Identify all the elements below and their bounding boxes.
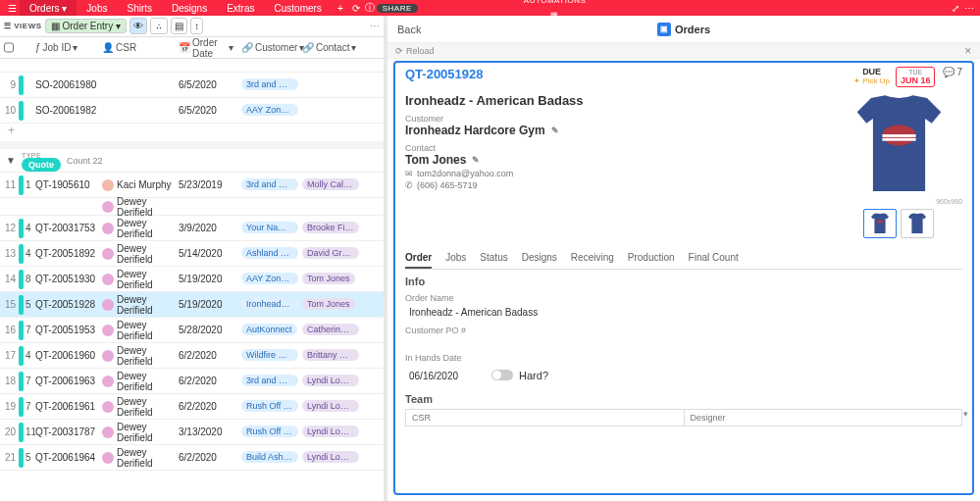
detail-header: Back ▣ Orders — [387, 16, 980, 43]
customer-section-label: Customer — [405, 114, 835, 124]
tab-receiving[interactable]: Receiving — [571, 248, 614, 269]
svg-rect-2 — [882, 138, 915, 141]
table-row[interactable]: 187QT-20061963Dewey Derifield6/2/20203rd… — [0, 369, 384, 394]
table-row[interactable]: 148QT-20051930Dewey Derifield5/19/2020AA… — [0, 267, 384, 292]
reload-icon[interactable]: ⟳ — [395, 46, 403, 56]
toolbar-more-icon[interactable]: ⋯ — [370, 21, 380, 31]
order-name: Ironheadz - American Badass — [405, 93, 835, 108]
svg-rect-1 — [882, 134, 915, 137]
comment-count[interactable]: 💬 7 — [943, 67, 962, 77]
group-icon[interactable]: ▤ — [171, 18, 187, 34]
nav-tab-jobs[interactable]: Jobs — [77, 0, 117, 16]
views-label: ☰ VIEWS — [4, 22, 42, 30]
info-section: Info Order Name Ironheadz - American Bad… — [405, 276, 962, 383]
group-collapse-icon[interactable]: ▼ — [6, 155, 16, 166]
select-all-checkbox[interactable] — [4, 41, 14, 54]
group-header[interactable]: ▼ TYPE Quote Count 22 — [0, 149, 384, 173]
nav-tab-extras[interactable]: Extras — [217, 0, 264, 16]
sort-icon[interactable]: ↕ — [190, 18, 203, 34]
automations-label[interactable]: AUTOMATIONS — [524, 0, 586, 5]
more-icon[interactable]: ⋯ — [962, 3, 976, 14]
col-customer[interactable]: 🔗 Customer ▾ — [237, 42, 298, 53]
hard-toggle[interactable] — [491, 370, 513, 380]
toggle-hide-icon[interactable]: 👁 — [129, 18, 147, 34]
due-date-chip[interactable]: TUE JUN 16 — [896, 67, 936, 87]
col-contact[interactable]: 🔗 Contact ▾ — [298, 42, 359, 53]
col-job-id[interactable]: ƒ Job ID ▾ — [31, 42, 98, 53]
table-row[interactable]: 124QT-20031753Dewey Derifield3/9/2020You… — [0, 216, 384, 241]
history-icon[interactable]: ⟳ — [349, 3, 363, 14]
column-header-row: ƒ Job ID ▾ 👤 CSR 📅 Order Date ▾ 🔗 Custom… — [0, 37, 384, 59]
table-row[interactable]: 134QT-20051892Dewey Derifield5/14/2020As… — [0, 241, 384, 267]
table-row[interactable]: 2011QT-20031787Dewey Derifield3/13/2020R… — [0, 420, 384, 445]
in-hands-date[interactable]: 06/16/2020 — [405, 369, 462, 383]
mockup-preview: 960x960 — [835, 93, 962, 238]
filter-icon[interactable]: ⛬ — [150, 18, 168, 34]
close-reload-icon[interactable]: ✕ — [964, 46, 972, 56]
nav-tab-shirts[interactable]: Shirts — [117, 0, 162, 16]
shirt-mockup — [852, 93, 946, 196]
contact-section-label: Contact — [405, 143, 835, 153]
col-order-date[interactable]: 📅 Order Date ▾ — [175, 37, 237, 59]
mockup-thumb-front[interactable] — [863, 209, 897, 238]
mockup-dimensions: 960x960 — [936, 198, 962, 205]
team-csr-col[interactable]: CSR — [406, 410, 685, 426]
tab-status[interactable]: Status — [480, 248, 507, 269]
customer-name: Ironheadz Hardcore Gym — [405, 124, 545, 137]
nav-tab-orders[interactable]: Orders ▾ — [20, 0, 77, 16]
help-icon[interactable]: ⓘ — [363, 1, 377, 15]
tab-final-count[interactable]: Final Count — [689, 248, 739, 269]
po-label: Customer PO # — [405, 326, 962, 335]
table-row[interactable]: 111QT-1905610Kaci Murphy5/23/20193rd and… — [0, 173, 384, 198]
table-row[interactable]: 167QT-20051953Dewey Derifield5/28/2020Au… — [0, 318, 384, 343]
orders-table-panel: ☰ VIEWS ▦ Order Entry ▾ 👁 ⛬ ▤ ↕ ⋯ ƒ Job … — [0, 16, 387, 501]
detail-tabs: Order Jobs Status Designs Receiving Prod… — [405, 248, 962, 270]
nav-tab-customers[interactable]: Customers — [265, 0, 332, 16]
team-section: Team CSR Designer — [405, 393, 962, 426]
mockup-thumb-back[interactable] — [901, 209, 934, 238]
tab-order[interactable]: Order — [405, 248, 432, 269]
table-row[interactable]: 10 SO-20061982 6/5/2020 AAY Zone Cham — [0, 98, 384, 124]
tab-production[interactable]: Production — [628, 248, 675, 269]
order-name-label: Order Name — [405, 293, 962, 303]
due-label: DUE — [853, 67, 890, 76]
nav-add-tab[interactable]: + — [332, 0, 349, 16]
team-designer-col[interactable]: Designer — [685, 410, 962, 426]
expand-chevron-icon[interactable]: ▾ — [963, 409, 968, 419]
edit-customer-icon[interactable]: ✎ — [551, 125, 559, 135]
table-row[interactable]: Dewey Derifield — [0, 198, 384, 216]
phone-icon: ✆ — [405, 180, 413, 190]
orders-module-icon: ▣ — [657, 23, 671, 36]
back-button[interactable]: Back — [397, 24, 421, 35]
top-menubar: ☰ Orders ▾ Jobs Shirts Designs Extras Cu… — [0, 0, 980, 16]
svg-point-3 — [877, 220, 883, 224]
add-row-button[interactable]: + — [0, 124, 384, 141]
contact-phone[interactable]: (606) 465-5719 — [417, 180, 478, 190]
tab-jobs[interactable]: Jobs — [445, 248, 466, 269]
hard-label: Hard? — [519, 370, 548, 381]
nav-tab-designs[interactable]: Designs — [162, 0, 217, 16]
views-toolbar: ☰ VIEWS ▦ Order Entry ▾ 👁 ⛬ ▤ ↕ ⋯ — [0, 16, 384, 37]
table-row[interactable]: 155QT-20051928Dewey Derifield5/19/2020Ir… — [0, 292, 384, 318]
contact-email[interactable]: tom2donna@yahoo.com — [417, 169, 513, 178]
order-number: QT-20051928 — [405, 67, 484, 81]
table-row[interactable]: 9 SO-20061980 6/5/2020 3rd and Court — [0, 73, 384, 98]
order-name-value[interactable]: Ironheadz - American Badass — [405, 305, 962, 320]
order-detail-panel: Back ▣ Orders ⟳ Reload ✕ QT-20051928 DUE… — [387, 16, 980, 501]
hamburger-icon[interactable]: ☰ — [4, 3, 20, 14]
in-hands-label: In Hands Date — [405, 353, 962, 363]
tab-designs[interactable]: Designs — [522, 248, 557, 269]
edit-contact-icon[interactable]: ✎ — [472, 155, 480, 165]
table-row[interactable]: 197QT-20061961Dewey Derifield6/2/2020Rus… — [0, 394, 384, 420]
table-row[interactable]: 215QT-20061964Dewey Derifield6/2/2020Bui… — [0, 445, 384, 471]
reload-bar: ⟳ Reload ✕ — [387, 43, 980, 59]
share-button[interactable]: SHARE — [377, 4, 418, 13]
col-csr[interactable]: 👤 CSR — [98, 42, 175, 53]
contact-name: Tom Jones — [405, 153, 466, 167]
email-icon: ✉ — [405, 169, 413, 178]
table-row[interactable]: 174QT-20061960Dewey Derifield6/2/2020Wil… — [0, 343, 384, 369]
view-order-entry[interactable]: ▦ Order Entry ▾ — [45, 19, 128, 33]
reload-button[interactable]: Reload — [406, 46, 435, 56]
pickup-icon: ✦ — [853, 76, 860, 85]
expand-icon[interactable]: ⤢ — [949, 3, 962, 14]
